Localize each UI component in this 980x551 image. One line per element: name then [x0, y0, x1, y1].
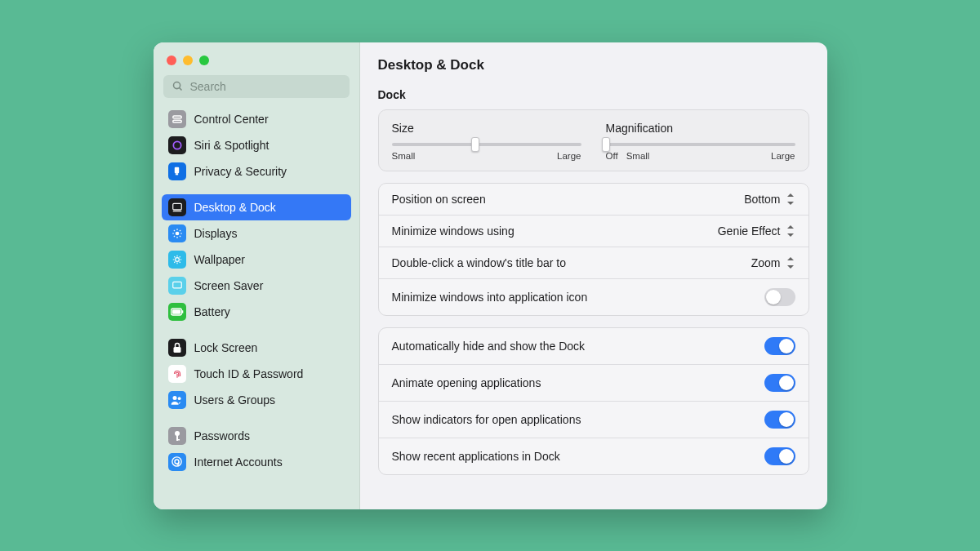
svg-line-15	[179, 235, 180, 236]
sidebar-item-label: Lock Screen	[194, 341, 258, 354]
magnification-slider[interactable]	[606, 143, 795, 146]
up-down-chevron-icon	[786, 224, 795, 238]
recents-row: Show recent applications in Dock	[379, 438, 808, 474]
section-dock-title: Dock	[378, 88, 809, 101]
indicators-row: Show indicators for open applications	[379, 401, 808, 438]
size-slider-thumb[interactable]	[471, 137, 479, 152]
magnification-slider-group: Magnification Off Small Large	[606, 122, 795, 161]
minimize-window-button[interactable]	[183, 56, 193, 65]
page-title: Desktop & Dock	[378, 57, 809, 73]
search-input[interactable]	[190, 80, 341, 93]
sidebar-item-label: Passwords	[194, 429, 250, 442]
search-field[interactable]	[163, 75, 350, 98]
sidebar-item-screen-saver[interactable]: Screen Saver	[162, 273, 351, 299]
doubleclick-value: Zoom	[751, 256, 795, 269]
battery-icon	[168, 303, 186, 321]
dock-options-panel: Position on screen Bottom Minimize windo…	[378, 183, 809, 316]
sidebar-nav: Control CenterSiri & SpotlightPrivacy & …	[162, 106, 351, 501]
sidebar-item-wallpaper[interactable]: Wallpaper	[162, 247, 351, 273]
doubleclick-label: Double-click a window's title bar to	[392, 256, 567, 269]
zoom-window-button[interactable]	[199, 56, 209, 65]
mag-off-label: Off	[606, 151, 618, 161]
sidebar-item-label: Wallpaper	[194, 253, 246, 266]
size-slider[interactable]	[392, 143, 581, 146]
svg-rect-3	[172, 120, 181, 122]
sidebar-item-desktop-dock[interactable]: Desktop & Dock	[162, 194, 351, 220]
up-down-chevron-icon	[786, 256, 795, 269]
animate-apps-toggle[interactable]	[764, 374, 795, 392]
close-window-button[interactable]	[167, 56, 176, 65]
size-slider-ticks: Small Large	[392, 151, 581, 161]
svg-rect-5	[175, 167, 179, 174]
sidebar-item-siri-spotlight[interactable]: Siri & Spotlight	[162, 132, 351, 158]
indicators-toggle[interactable]	[764, 411, 795, 429]
search-icon	[172, 80, 184, 92]
sidebar-item-label: Internet Accounts	[194, 455, 283, 469]
sidebar-item-label: Desktop & Dock	[194, 201, 276, 214]
minimize-into-icon-label: Minimize windows into application icon	[392, 291, 588, 304]
sidebar-item-privacy-security[interactable]: Privacy & Security	[162, 158, 351, 184]
magnification-slider-label: Magnification	[606, 122, 795, 135]
size-max-label: Large	[557, 151, 581, 161]
position-label: Position on screen	[392, 193, 486, 206]
sidebar-item-label: Displays	[194, 227, 238, 240]
privacy-security-icon	[168, 162, 186, 180]
minimize-into-icon-row: Minimize windows into application icon	[379, 278, 808, 315]
minimize-into-icon-toggle[interactable]	[764, 288, 795, 306]
screen-saver-icon	[168, 277, 186, 295]
auto-hide-label: Automatically hide and show the Dock	[392, 340, 586, 353]
sidebar-item-control-center[interactable]: Control Center	[162, 106, 351, 132]
svg-rect-28	[176, 439, 180, 441]
position-select-row[interactable]: Position on screen Bottom	[379, 184, 808, 215]
sidebar-item-displays[interactable]: Displays	[162, 220, 351, 247]
dock-toggles-panel: Automatically hide and show the Dock Ani…	[378, 327, 809, 475]
sidebar-item-battery[interactable]: Battery	[162, 299, 351, 325]
size-slider-group: Size Small Large	[392, 122, 581, 161]
recents-toggle[interactable]	[764, 447, 795, 465]
window-controls	[162, 54, 351, 75]
sidebar-item-internet-accounts[interactable]: Internet Accounts	[162, 449, 351, 475]
size-slider-label: Size	[392, 122, 581, 135]
animate-apps-row: Animate opening applications	[379, 364, 808, 401]
svg-point-0	[173, 82, 180, 89]
position-value: Bottom	[744, 193, 795, 206]
sidebar-item-users-groups[interactable]: Users & Groups	[162, 387, 351, 413]
svg-line-17	[179, 229, 180, 230]
touch-id-icon	[168, 365, 186, 383]
animate-apps-label: Animate opening applications	[392, 376, 541, 389]
desktop-dock-icon	[168, 198, 186, 216]
svg-rect-21	[172, 309, 180, 313]
svg-point-4	[173, 141, 180, 149]
sidebar-item-label: Users & Groups	[194, 393, 276, 407]
control-center-icon	[168, 110, 186, 128]
sidebar-item-label: Privacy & Security	[194, 165, 287, 178]
sidebar-item-label: Control Center	[194, 113, 269, 126]
svg-rect-6	[176, 173, 178, 175]
svg-rect-23	[173, 347, 180, 353]
users-groups-icon	[168, 391, 186, 409]
sidebar-item-passwords[interactable]: Passwords	[162, 423, 351, 449]
size-min-label: Small	[392, 151, 416, 161]
sidebar-item-touch-id[interactable]: Touch ID & Password	[162, 361, 351, 387]
sidebar-item-lock-screen[interactable]: Lock Screen	[162, 335, 351, 361]
wallpaper-icon	[168, 251, 186, 269]
auto-hide-row: Automatically hide and show the Dock	[379, 328, 808, 364]
svg-point-18	[175, 257, 179, 261]
svg-line-14	[173, 229, 174, 230]
svg-rect-7	[172, 203, 181, 210]
svg-point-25	[178, 397, 181, 400]
doubleclick-select-row[interactable]: Double-click a window's title bar to Zoo…	[379, 247, 808, 278]
minimize-using-label: Minimize windows using	[392, 224, 514, 238]
displays-icon	[168, 224, 186, 242]
svg-point-9	[175, 231, 179, 235]
auto-hide-toggle[interactable]	[764, 337, 795, 355]
minimize-using-value: Genie Effect	[718, 224, 795, 238]
magnification-slider-thumb[interactable]	[602, 137, 610, 152]
magnification-slider-ticks: Off Small Large	[606, 151, 795, 161]
minimize-using-select-row[interactable]: Minimize windows using Genie Effect	[379, 215, 808, 247]
internet-accounts-icon	[168, 453, 186, 471]
sidebar: Control CenterSiri & SpotlightPrivacy & …	[154, 42, 360, 509]
svg-rect-2	[172, 115, 181, 118]
svg-rect-19	[172, 282, 181, 288]
mag-max-label: Large	[771, 151, 795, 161]
